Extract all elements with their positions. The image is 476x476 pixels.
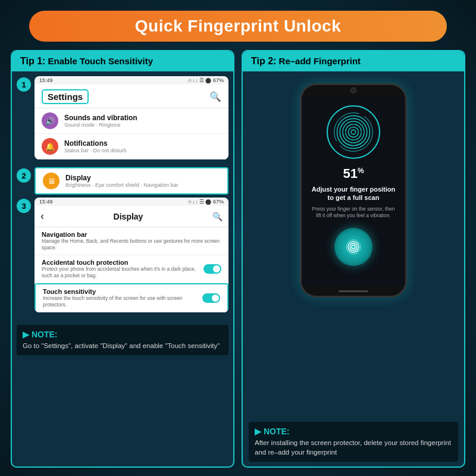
display-header: ‹ Display 🔍 xyxy=(35,206,228,227)
tip1-column: Tip 1: Enable Touch Sensitivity 1 15:49 … xyxy=(11,50,234,468)
search-icon[interactable]: 🔍 xyxy=(209,91,221,102)
tip1-header: Tip 1: Enable Touch Sensitivity xyxy=(12,51,233,71)
page-container: Quick Fingerprint Unlock Tip 1: Enable T… xyxy=(0,0,476,476)
step1-number: 1 xyxy=(17,77,31,92)
step1-screen: 15:49 ☆↓ ᵢ ☰ ⬤ 67% Settings 🔍 🔊 xyxy=(35,76,228,159)
scan-sub: Press your finger on the sensor, then li… xyxy=(310,206,397,220)
tip2-note: ▶ NOTE: After installing the screen prot… xyxy=(249,422,458,462)
sound-icon: 🔊 xyxy=(42,112,58,129)
svg-point-0 xyxy=(351,130,356,134)
scan-percentage: 51% xyxy=(343,166,364,181)
front-camera xyxy=(350,87,356,93)
columns-container: Tip 1: Enable Touch Sensitivity 1 15:49 … xyxy=(11,50,465,468)
fingerprint-button-icon xyxy=(344,237,363,256)
display-icon: 🖥 xyxy=(43,173,60,189)
scan-title: Adjust your finger position to get a ful… xyxy=(310,185,397,202)
tip2-header: Tip 2: Re–add Fingerprint xyxy=(243,51,464,71)
step3-screen: 15:49 ☆↓ ᵢ ☰ ⬤ 67% ‹ Display 🔍 Navigatio… xyxy=(35,198,228,312)
status-bar-2: 15:49 ☆↓ ᵢ ☰ ⬤ 67% xyxy=(35,198,228,206)
tip1-note: ▶ NOTE: Go to "Settings", activate "Disp… xyxy=(17,325,228,355)
svg-point-10 xyxy=(352,245,355,249)
step3-number: 3 xyxy=(17,199,31,213)
settings-item-sound[interactable]: 🔊 Sounds and vibration Sound mode · Ring… xyxy=(35,108,228,134)
fingerprint-svg xyxy=(331,109,376,155)
display-item-accidental[interactable]: Accidental touch protection Protect your… xyxy=(35,255,228,283)
status-bar-1: 15:49 ☆↓ ᵢ ☰ ⬤ 67% xyxy=(35,76,228,84)
tip1-note-title: ▶ NOTE: xyxy=(23,330,223,339)
scan-button[interactable] xyxy=(334,228,372,266)
back-button[interactable]: ‹ xyxy=(40,210,44,223)
step1-row: 1 15:49 ☆↓ ᵢ ☰ ⬤ 67% Settings 🔍 xyxy=(17,76,228,164)
settings-screen: Settings 🔍 🔊 Sounds and vibration Sound … xyxy=(35,84,228,159)
home-bar xyxy=(339,290,368,292)
search-icon-2[interactable]: 🔍 xyxy=(212,212,223,221)
phone-notch xyxy=(302,85,405,96)
tip1-content: 1 15:49 ☆↓ ᵢ ☰ ⬤ 67% Settings 🔍 xyxy=(12,71,233,466)
tip2-note-title: ▶ NOTE: xyxy=(255,427,452,436)
display-item-touch-sensitivity[interactable]: Touch sensitivity Increase the touch sen… xyxy=(35,283,228,312)
tip2-content: 51% Adjust your finger position to get a… xyxy=(243,71,464,466)
page-title: Quick Fingerprint Unlock xyxy=(53,17,424,36)
step3-row: 3 15:49 ☆↓ ᵢ ☰ ⬤ 67% ‹ Display 🔍 Naviga xyxy=(17,198,228,317)
step2-number: 2 xyxy=(17,168,31,183)
tip2-column: Tip 2: Re–add Fingerprint xyxy=(242,50,465,468)
tip1-note-text: Go to "Settings", activate "Display" and… xyxy=(23,341,223,350)
svg-point-5 xyxy=(337,115,369,148)
touch-sensitivity-toggle[interactable] xyxy=(202,293,220,303)
svg-point-2 xyxy=(346,124,362,140)
settings-item-display[interactable]: 🖥 Display Brightness · Eye comfort shiel… xyxy=(35,167,228,195)
accidental-toggle[interactable] xyxy=(203,264,221,274)
phone-body: 51% Adjust your finger position to get a… xyxy=(300,83,407,298)
phone-home-bar xyxy=(302,286,405,296)
step2-row: 2 🖥 Display Brightness · Eye comfort shi… xyxy=(17,167,228,195)
notif-icon: 🔔 xyxy=(42,138,58,155)
tip2-note-text: After installing the screen protector, d… xyxy=(255,438,452,457)
phone-screen-inner: 51% Adjust your finger position to get a… xyxy=(302,96,405,286)
svg-point-1 xyxy=(348,127,358,137)
settings-header: Settings 🔍 xyxy=(35,84,228,108)
phone-mockup-container: 51% Adjust your finger position to get a… xyxy=(300,79,407,422)
fingerprint-circle xyxy=(327,105,380,159)
settings-item-notifications[interactable]: 🔔 Notifications Status bar · Do not dist… xyxy=(35,134,228,159)
display-item-navbar[interactable]: Navigation bar Manage the Home, Back, an… xyxy=(35,227,228,255)
settings-title: Settings xyxy=(42,89,89,104)
title-banner: Quick Fingerprint Unlock xyxy=(29,11,447,42)
svg-point-11 xyxy=(350,243,357,250)
